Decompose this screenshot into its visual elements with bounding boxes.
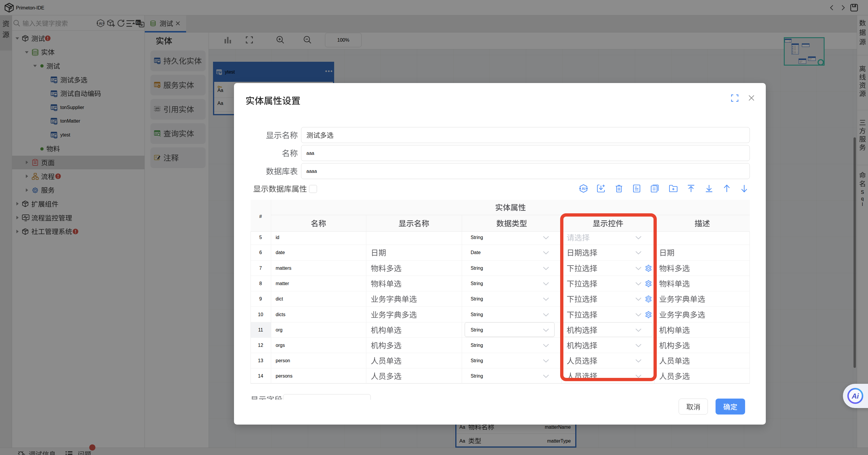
svg-text:Ai: Ai <box>851 392 859 400</box>
svg-text:AI: AI <box>582 186 586 191</box>
